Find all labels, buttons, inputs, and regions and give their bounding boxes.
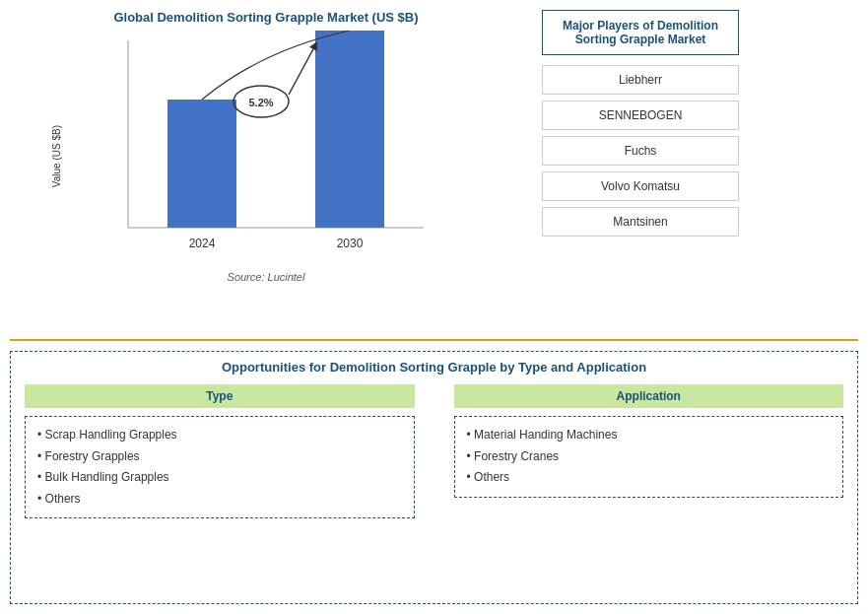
bottom-section: Opportunities for Demolition Sorting Gra… — [10, 351, 858, 604]
chart-area: Global Demolition Sorting Grapple Market… — [10, 10, 522, 335]
type-header: Type — [25, 384, 415, 408]
player-volvo: Volvo Komatsu — [542, 171, 739, 201]
player-liebherr: Liebherr — [542, 65, 739, 95]
svg-line-8 — [289, 45, 315, 95]
source-text: Source: Lucintel — [228, 271, 305, 283]
y-axis-label: Value (US $B) — [51, 125, 62, 187]
svg-text:5.2%: 5.2% — [248, 97, 273, 108]
top-section: Global Demolition Sorting Grapple Market… — [0, 0, 868, 335]
section-divider — [10, 339, 858, 341]
svg-rect-2 — [167, 100, 236, 228]
type-items-list: Scrap Handling Grapples Forestry Grapple… — [25, 416, 415, 518]
application-header: Application — [454, 384, 844, 408]
main-container: Global Demolition Sorting Grapple Market… — [0, 0, 868, 614]
major-players-panel: Major Players of Demolition Sorting Grap… — [522, 10, 759, 335]
type-item-4: Others — [37, 489, 402, 511]
app-item-2: Forestry Cranes — [467, 446, 832, 468]
bottom-columns: Type Scrap Handling Grapples Forestry Gr… — [25, 384, 843, 518]
chart-title: Global Demolition Sorting Grapple Market… — [113, 10, 418, 25]
player-fuchs: Fuchs — [542, 136, 739, 166]
major-players-title: Major Players of Demolition Sorting Grap… — [542, 10, 739, 55]
app-item-3: Others — [467, 467, 832, 489]
svg-text:2024: 2024 — [189, 237, 216, 250]
type-item-2: Forestry Grapples — [37, 446, 402, 468]
chart-svg: 2024 2030 5.2% — [89, 31, 463, 267]
chart-wrapper: Value (US $B) 2024 2030 — [59, 31, 473, 267]
type-item-1: Scrap Handling Grapples — [37, 425, 402, 446]
opportunities-title: Opportunities for Demolition Sorting Gra… — [25, 360, 843, 375]
application-items-list: Material Handing Machines Forestry Crane… — [454, 416, 844, 498]
app-item-1: Material Handing Machines — [467, 425, 832, 446]
type-item-3: Bulk Handling Grapples — [37, 467, 402, 489]
type-column: Type Scrap Handling Grapples Forestry Gr… — [25, 384, 415, 518]
svg-rect-3 — [315, 31, 384, 228]
svg-text:2030: 2030 — [337, 237, 364, 250]
application-column: Application Material Handing Machines Fo… — [454, 384, 844, 518]
player-mantsinen: Mantsinen — [542, 207, 739, 237]
player-sennebogen: SENNEBOGEN — [542, 101, 739, 130]
